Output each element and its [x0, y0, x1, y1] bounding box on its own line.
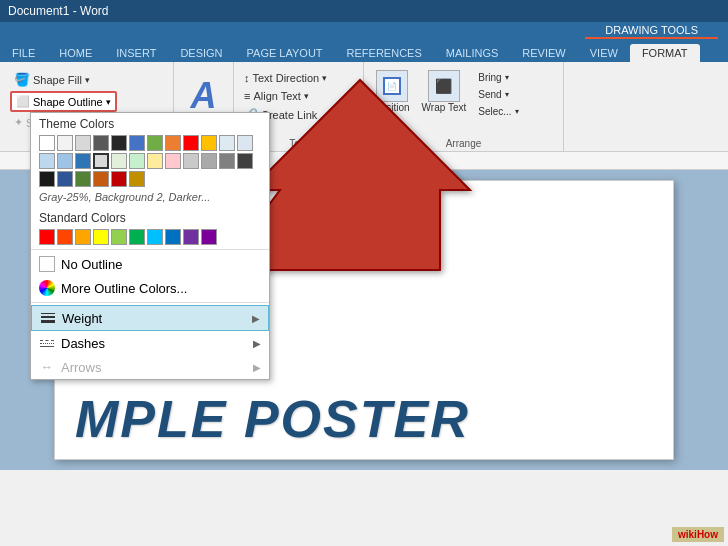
std-color-9[interactable] — [183, 229, 199, 245]
text-direction-button[interactable]: ↕ Text Direction ▾ — [240, 70, 331, 86]
tab-file[interactable]: FILE — [0, 44, 47, 62]
color-swatch[interactable] — [111, 135, 127, 151]
color-wheel-icon — [39, 280, 55, 296]
arrows-submenu-arrow: ▶ — [253, 362, 261, 373]
watermark-suffix: How — [697, 529, 718, 540]
color-swatch[interactable] — [237, 135, 253, 151]
text-dir-arrow: ▾ — [322, 73, 327, 83]
color-swatch[interactable] — [111, 153, 127, 169]
align-text-arrow: ▾ — [304, 91, 309, 101]
color-swatch[interactable] — [165, 153, 181, 169]
color-tooltip: Gray-25%, Background 2, Darker... — [31, 189, 269, 207]
select-arrow: ▾ — [515, 107, 519, 116]
color-swatch[interactable] — [39, 171, 55, 187]
color-swatch[interactable] — [39, 153, 55, 169]
color-swatch[interactable] — [165, 135, 181, 151]
bring-forward-button[interactable]: Bring ▾ — [474, 70, 522, 85]
weight-submenu-arrow: ▶ — [252, 313, 260, 324]
ribbon-group-arrange: 📄 Position ⬛ Wrap Text Bring ▾ Send ▾ Se… — [364, 62, 564, 151]
std-color-10[interactable] — [201, 229, 217, 245]
color-swatch[interactable] — [57, 135, 73, 151]
tab-insert[interactable]: INSERT — [104, 44, 168, 62]
color-swatch[interactable] — [147, 135, 163, 151]
color-swatch[interactable] — [147, 153, 163, 169]
std-color-3[interactable] — [75, 229, 91, 245]
arrows-item[interactable]: ↔ Arrows ▶ — [31, 355, 269, 379]
wordart-a-icon: A — [191, 75, 217, 117]
watermark-prefix: wiki — [678, 529, 697, 540]
std-color-6[interactable] — [129, 229, 145, 245]
no-outline-text: No Outline — [61, 257, 261, 272]
menu-divider-2 — [31, 302, 269, 303]
color-swatch[interactable] — [201, 135, 217, 151]
standard-colors-title: Standard Colors — [31, 207, 269, 227]
dropdown-arrow-icon2: ▾ — [106, 97, 111, 107]
weight-icon — [40, 310, 56, 326]
std-color-8[interactable] — [165, 229, 181, 245]
tab-format[interactable]: FORMAT — [630, 44, 700, 62]
ribbon-tabs: FILE HOME INSERT DESIGN PAGE LAYOUT REFE… — [0, 40, 728, 62]
color-swatch[interactable] — [57, 153, 73, 169]
position-button[interactable]: 📄 Position — [370, 68, 414, 115]
align-text-icon: ≡ — [244, 90, 250, 102]
std-color-7[interactable] — [147, 229, 163, 245]
color-swatch[interactable] — [129, 153, 145, 169]
tab-page-layout[interactable]: PAGE LAYOUT — [235, 44, 335, 62]
no-outline-item[interactable]: No Outline — [31, 252, 269, 276]
tab-review[interactable]: REVIEW — [510, 44, 577, 62]
color-swatch[interactable] — [93, 135, 109, 151]
color-swatch[interactable] — [93, 171, 109, 187]
std-color-2[interactable] — [57, 229, 73, 245]
color-swatch[interactable] — [57, 171, 73, 187]
color-swatch[interactable] — [219, 135, 235, 151]
color-swatch[interactable] — [183, 135, 199, 151]
theme-colors-grid — [31, 133, 269, 189]
drawing-tools-header: DRAWING TOOLS — [585, 23, 718, 39]
color-swatch[interactable] — [75, 135, 91, 151]
text-direction-icon: ↕ — [244, 72, 250, 84]
more-colors-text: More Outline Colors... — [61, 281, 261, 296]
color-swatch[interactable] — [201, 153, 217, 169]
shape-outline-button[interactable]: ⬜ Shape Outline ▾ — [10, 91, 117, 112]
wrap-text-icon: ⬛ — [428, 70, 460, 102]
weight-item[interactable]: Weight ▶ — [31, 305, 269, 331]
color-swatch[interactable] — [129, 171, 145, 187]
color-swatch[interactable] — [75, 153, 91, 169]
color-swatch[interactable] — [183, 153, 199, 169]
std-color-5[interactable] — [111, 229, 127, 245]
position-icon: 📄 — [376, 70, 408, 102]
color-swatch-selected[interactable] — [93, 153, 109, 169]
theme-colors-title: Theme Colors — [31, 113, 269, 133]
std-color-1[interactable] — [39, 229, 55, 245]
paint-bucket-icon: 🪣 — [14, 72, 30, 87]
tab-design[interactable]: DESIGN — [168, 44, 234, 62]
send-backward-button[interactable]: Send ▾ — [474, 87, 522, 102]
std-color-4[interactable] — [93, 229, 109, 245]
color-swatch[interactable] — [219, 153, 235, 169]
outline-icon: ⬜ — [16, 95, 30, 108]
color-swatch[interactable] — [75, 171, 91, 187]
arrows-icon: ↔ — [39, 359, 55, 375]
color-swatch[interactable] — [237, 153, 253, 169]
dashes-item[interactable]: Dashes ▶ — [31, 331, 269, 355]
color-swatch[interactable] — [111, 171, 127, 187]
dashes-text: Dashes — [61, 336, 247, 351]
menu-divider-1 — [31, 249, 269, 250]
dashes-submenu-arrow: ▶ — [253, 338, 261, 349]
send-arrow: ▾ — [505, 90, 509, 99]
tab-mailings[interactable]: MAILINGS — [434, 44, 511, 62]
more-outline-colors-item[interactable]: More Outline Colors... — [31, 276, 269, 300]
align-text-button[interactable]: ≡ Align Text ▾ — [240, 88, 313, 104]
shape-fill-button[interactable]: 🪣 Shape Fill ▾ — [10, 70, 94, 89]
color-swatch[interactable] — [129, 135, 145, 151]
color-swatch[interactable] — [39, 135, 55, 151]
tab-home[interactable]: HOME — [47, 44, 104, 62]
arrows-text: Arrows — [61, 360, 247, 375]
select-button[interactable]: Selec... ▾ — [474, 104, 522, 119]
wrap-text-button[interactable]: ⬛ Wrap Text — [418, 68, 471, 115]
tab-references[interactable]: REFERENCES — [335, 44, 434, 62]
no-outline-icon — [39, 256, 55, 272]
title-text: Document1 - Word — [8, 4, 108, 18]
arrange-group-label: Arrange — [364, 138, 563, 149]
tab-view[interactable]: VIEW — [578, 44, 630, 62]
